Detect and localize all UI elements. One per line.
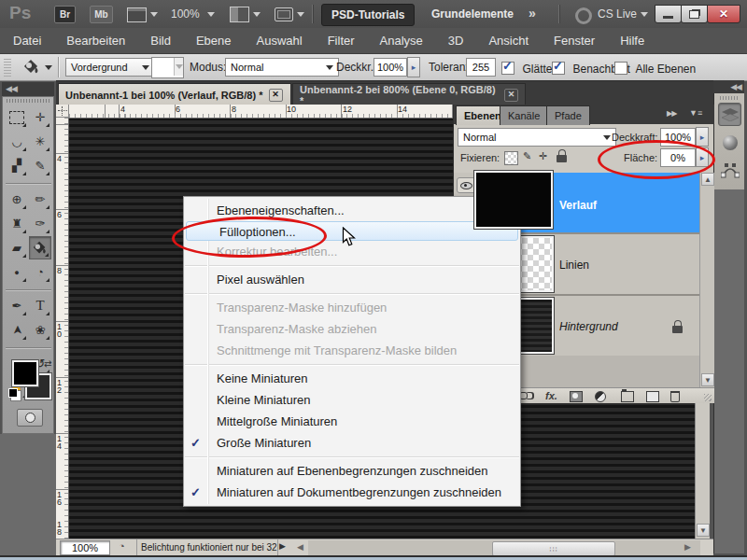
magic-wand-tool[interactable]: ✳ xyxy=(29,130,51,153)
view-extras-icon[interactable] xyxy=(127,7,147,22)
swap-colors-icon[interactable]: ⇄ xyxy=(44,358,51,369)
history-brush-tool[interactable]: ✑ xyxy=(29,212,51,235)
tab-pfade[interactable]: Pfade xyxy=(546,105,590,125)
arrange-documents-icon[interactable] xyxy=(230,7,249,22)
eraser-tool[interactable]: ▰ xyxy=(6,236,28,259)
eyedropper-tool[interactable]: ✎ xyxy=(29,154,51,177)
workspace-psd-tutorials[interactable]: PSD-Tutorials xyxy=(321,4,415,26)
lock-all-icon[interactable] xyxy=(557,155,567,162)
panel-opacity-slider-button[interactable]: ▸ xyxy=(696,127,709,147)
ruler-origin-box[interactable] xyxy=(56,105,69,118)
status-timer-icon[interactable]: ◔ xyxy=(119,540,125,552)
dock-paths-button[interactable] xyxy=(718,159,741,182)
fill-source-select[interactable]: Vordergrund xyxy=(65,58,155,77)
pattern-swatch[interactable] xyxy=(151,57,184,78)
menu-item-grosse-miniaturen[interactable]: ✓Große Miniaturen xyxy=(184,432,520,454)
dock-collapse-bar[interactable]: ◀◀ xyxy=(713,80,744,93)
close-button[interactable]: ✕ xyxy=(707,5,740,23)
workspace-grundelemente[interactable]: Grundelemente xyxy=(431,7,514,21)
opacity-field[interactable]: 100% xyxy=(374,58,407,77)
dodge-tool[interactable]: ◔ xyxy=(29,260,51,284)
status-options-icon[interactable]: ▶ xyxy=(279,541,286,551)
foreground-color-swatch[interactable] xyxy=(12,360,38,386)
document-tab-2[interactable]: Unbenannt-2 bei 800% (Ebene 0, RGB/8) * … xyxy=(292,83,526,105)
new-group-icon[interactable] xyxy=(621,391,634,402)
horizontal-scrollbar-thumb[interactable]: ⁞⁞⁞ xyxy=(492,541,615,556)
workspace-overflow-chevrons[interactable]: » xyxy=(529,6,536,21)
blur-tool[interactable]: ● xyxy=(6,260,28,284)
lock-transparency-icon[interactable] xyxy=(504,151,518,165)
chevron-down-icon[interactable] xyxy=(253,12,261,17)
scroll-right-icon[interactable]: ▶ xyxy=(684,542,691,552)
move-tool[interactable]: ✛ xyxy=(29,105,51,129)
rectangular-marquee-tool[interactable] xyxy=(6,105,28,129)
menu-bearbeiten[interactable]: Bearbeiten xyxy=(66,34,125,48)
custom-shape-tool[interactable]: ❀ xyxy=(29,318,51,342)
restore-button[interactable] xyxy=(681,5,708,23)
menu-filter[interactable]: Filter xyxy=(328,34,355,48)
delete-layer-icon[interactable] xyxy=(670,391,680,402)
layer-name[interactable]: Linien xyxy=(559,259,589,272)
close-tab-icon[interactable]: ✕ xyxy=(504,89,518,102)
cs-live-menu[interactable]: CS Live xyxy=(598,7,637,21)
quick-mask-button[interactable] xyxy=(17,409,43,427)
tolerance-field[interactable]: 255 xyxy=(466,58,496,77)
menu-item-keine-miniaturen[interactable]: Keine Miniaturen xyxy=(184,368,520,389)
brush-tool[interactable]: ✏ xyxy=(29,188,51,211)
tab-kanaele[interactable]: Kanäle xyxy=(500,105,548,125)
panel-resize-grip[interactable] xyxy=(704,394,712,401)
visibility-toggle[interactable] xyxy=(457,177,476,193)
layer-style-icon[interactable]: fx. xyxy=(545,390,557,401)
menu-3d[interactable]: 3D xyxy=(448,34,464,48)
spot-healing-brush-tool[interactable]: ⊕ xyxy=(6,188,28,211)
menu-datei[interactable]: Datei xyxy=(13,34,41,48)
default-colors-icon[interactable] xyxy=(8,388,18,398)
type-tool[interactable]: T xyxy=(29,294,51,317)
menu-ansicht[interactable]: Ansicht xyxy=(488,34,529,48)
menu-ebene[interactable]: Ebene xyxy=(196,34,232,48)
dock-styles-button[interactable] xyxy=(718,131,741,154)
lock-pixels-icon[interactable]: ✎ xyxy=(523,150,531,162)
menu-item-dokumentbegrenzungen[interactable]: ✓Miniaturen auf Dokumentbegrenzungen zus… xyxy=(184,482,520,503)
screen-mode-icon[interactable] xyxy=(275,7,293,21)
horizontal-scrollbar[interactable]: ⁞⁞⁞ xyxy=(308,540,700,555)
menu-fenster[interactable]: Fenster xyxy=(554,34,595,48)
pen-tool[interactable]: ✒ xyxy=(6,294,28,317)
chevron-down-icon[interactable] xyxy=(641,12,648,17)
scroll-down-icon[interactable]: ▼ xyxy=(697,524,710,537)
layers-scrollbar[interactable]: ▲ ▼ xyxy=(699,173,714,387)
menu-item-kleine-miniaturen[interactable]: Kleine Miniaturen xyxy=(184,389,520,411)
layer-thumbnail-verlauf[interactable] xyxy=(474,171,553,229)
vertical-ruler[interactable]: 4 6 8 10 12 14 16 18 xyxy=(56,118,69,539)
document-tab-1[interactable]: Unbenannt-1 bei 100% (Verlauf, RGB/8) * … xyxy=(58,83,291,105)
layer-name[interactable]: Hintergrund xyxy=(559,320,618,333)
zoom-level-control[interactable]: 100% xyxy=(171,7,200,21)
opacity-slider-button[interactable]: ▸ xyxy=(407,57,420,77)
clone-stamp-tool[interactable]: ♜ xyxy=(6,212,28,235)
chevron-down-icon[interactable] xyxy=(45,65,52,70)
lock-position-icon[interactable]: ✛ xyxy=(539,150,547,162)
blend-mode-select[interactable]: Normal xyxy=(458,128,616,147)
mode-select[interactable]: Normal xyxy=(225,58,339,77)
antialias-checkbox[interactable]: ✓ Glätten xyxy=(501,60,558,77)
minimize-button[interactable] xyxy=(655,5,682,23)
dock-layers-button[interactable] xyxy=(718,103,741,126)
menu-hilfe[interactable]: Hilfe xyxy=(620,34,644,48)
menu-auswahl[interactable]: Auswahl xyxy=(257,34,303,48)
path-selection-tool[interactable]: ➤ xyxy=(6,318,28,342)
menu-bild[interactable]: Bild xyxy=(150,34,171,48)
panel-menu-icon[interactable]: ▼≡ xyxy=(689,108,702,118)
layer-name[interactable]: Verlauf xyxy=(559,199,597,212)
status-zoom-field[interactable]: 100% xyxy=(60,540,110,555)
chevron-down-icon[interactable] xyxy=(207,12,215,17)
scroll-down-icon[interactable]: ▼ xyxy=(701,373,714,386)
chevron-down-icon[interactable] xyxy=(297,12,304,17)
menu-analyse[interactable]: Analyse xyxy=(380,34,423,48)
bridge-button[interactable]: Br xyxy=(54,6,76,23)
panel-collapse-icon[interactable]: ▶▶ xyxy=(667,109,676,118)
lasso-tool[interactable]: ◡ xyxy=(6,130,28,153)
paint-bucket-tool[interactable] xyxy=(29,236,51,259)
close-tab-icon[interactable]: ✕ xyxy=(269,89,283,102)
menu-item-pixel-auswaehlen[interactable]: Pixel auswählen xyxy=(184,269,520,290)
crop-tool[interactable]: ▞ xyxy=(6,154,28,177)
